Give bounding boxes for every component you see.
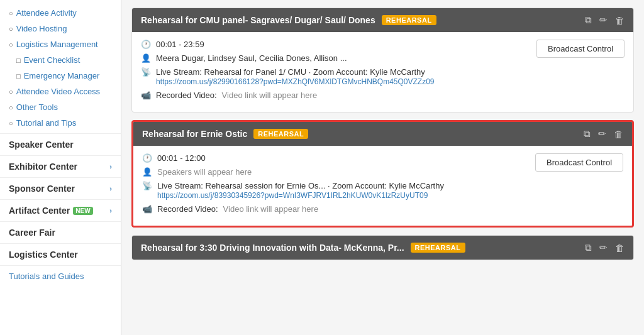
sidebar-item-logistics-management[interactable]: ○ Logistics Management	[0, 36, 121, 52]
session-speakers-row-2: 👤 Speakers will appear here	[142, 167, 526, 177]
sidebar-item-sponsor-center[interactable]: Sponsor Center ›	[0, 180, 121, 197]
broadcast-control-button-1[interactable]: Broadcast Control	[536, 40, 625, 58]
rehearsal-badge-2: REHEARSAL	[253, 129, 308, 139]
session-card-1: Rehearsal for CMU panel- Sagraves/ Dugar…	[131, 8, 634, 113]
sidebar-item-exhibitor-center[interactable]: Exhibitor Center ›	[0, 158, 121, 175]
sidebar-item-tutorials-and-guides[interactable]: Tutorials and Guides	[0, 268, 121, 284]
circle-icon: ○	[9, 9, 13, 17]
session-recorded-row-1: 📹 Recorded Video: Video link will appear…	[141, 91, 528, 100]
main-content: Rehearsal for CMU panel- Sagraves/ Dugar…	[121, 0, 644, 335]
session-title-2: Rehearsal for Ernie Ostic	[142, 129, 247, 139]
divider-1	[0, 133, 121, 134]
sidebar-item-attendee-video-access[interactable]: ○ Attendee Video Access	[0, 84, 121, 99]
sidebar-item-emergency-manager[interactable]: □ Emergency Manager	[0, 68, 121, 84]
session-title-area-2: Rehearsal for Ernie Ostic REHEARSAL	[142, 129, 308, 139]
clock-icon-2: 🕐	[142, 153, 152, 163]
sidebar-item-tutorial-and-tips[interactable]: ○ Tutorial and Tips	[0, 115, 121, 131]
clock-icon-1: 🕐	[141, 40, 151, 49]
session-speakers-row-1: 👤 Meera Dugar, Lindsey Saul, Cecilia Don…	[141, 53, 528, 63]
new-badge: NEW	[73, 207, 92, 215]
copy-icon-1[interactable]: ⧉	[585, 14, 592, 26]
session-header-3: Rehearsal for 3:30 Driving Innovation wi…	[132, 236, 633, 260]
edit-icon-2[interactable]: ✏	[598, 128, 606, 140]
broadcast-control-button-2[interactable]: Broadcast Control	[535, 153, 623, 172]
sidebar-item-career-fair[interactable]: Career Fair	[0, 224, 121, 241]
divider-7	[0, 265, 121, 266]
broadcast-control-area-1: Broadcast Control	[536, 40, 625, 58]
session-card-2: Rehearsal for Ernie Ostic REHEARSAL ⧉ ✏ …	[131, 120, 634, 228]
square-icon: □	[16, 72, 21, 80]
divider-3	[0, 177, 121, 178]
delete-icon-3[interactable]: 🗑	[615, 243, 625, 253]
delete-icon-2[interactable]: 🗑	[614, 129, 623, 140]
person-icon-1: 👤	[141, 53, 151, 63]
session-body-2: 🕐 00:01 - 12:00 👤 Speakers will appear h…	[133, 146, 632, 226]
circle-icon: ○	[9, 104, 13, 111]
delete-icon-1[interactable]: 🗑	[615, 15, 625, 26]
sidebar-item-other-tools[interactable]: ○ Other Tools	[0, 99, 121, 115]
session-time-row-2: 🕐 00:01 - 12:00	[142, 153, 526, 163]
edit-icon-1[interactable]: ✏	[599, 14, 608, 26]
session-livestream-row-2: 📡 Live Stream: Rehearsal session for Ern…	[142, 181, 526, 200]
circle-icon: ○	[9, 88, 13, 96]
sidebar-item-logistics-center[interactable]: Logistics Center	[0, 246, 121, 263]
rehearsal-badge-3: REHEARSAL	[411, 243, 465, 253]
session-actions-3: ⧉ ✏ 🗑	[585, 242, 625, 253]
arrow-icon: ›	[109, 185, 112, 192]
session-title-1: Rehearsal for CMU panel- Sagraves/ Dugar…	[141, 15, 375, 25]
session-card-3: Rehearsal for 3:30 Driving Innovation wi…	[131, 235, 634, 260]
livestream-link-2[interactable]: https://zoom.us/j/83930345926?pwd=WnI3WF…	[157, 191, 428, 200]
edit-icon-3[interactable]: ✏	[599, 242, 608, 253]
video-icon-1: 📹	[141, 91, 151, 100]
session-actions-1: ⧉ ✏ 🗑	[585, 14, 625, 26]
sidebar-item-event-checklist[interactable]: □ Event Checklist	[0, 52, 121, 68]
sidebar-item-artifact-center[interactable]: Artifact Center NEW ›	[0, 202, 121, 219]
divider-6	[0, 243, 121, 244]
session-livestream-row-1: 📡 Live Stream: Rehearsal for Panel 1/ CM…	[141, 67, 528, 86]
person-icon-2: 👤	[142, 167, 152, 177]
stream-icon-2: 📡	[142, 181, 152, 190]
sidebar: ○ Attendee Activity ○ Video Hosting ○ Lo…	[0, 0, 121, 335]
circle-icon: ○	[9, 25, 13, 33]
session-header-1: Rehearsal for CMU panel- Sagraves/ Dugar…	[132, 8, 633, 32]
session-recorded-row-2: 📹 Recorded Video: Video link will appear…	[142, 204, 526, 214]
broadcast-control-area-2: Broadcast Control	[535, 153, 623, 172]
copy-icon-3[interactable]: ⧉	[585, 242, 592, 253]
arrow-icon: ›	[109, 207, 112, 214]
sidebar-item-attendee-activity[interactable]: ○ Attendee Activity	[0, 5, 121, 21]
session-time-row-1: 🕐 00:01 - 23:59	[141, 40, 528, 49]
session-title-area-1: Rehearsal for CMU panel- Sagraves/ Dugar…	[141, 15, 436, 25]
arrow-icon: ›	[109, 163, 112, 170]
square-icon: □	[16, 57, 21, 64]
livestream-link-1[interactable]: https://zoom.us/j/82990166128?pwd=MXZhQl…	[156, 77, 435, 86]
video-icon-2: 📹	[142, 204, 152, 214]
copy-icon-2[interactable]: ⧉	[584, 128, 591, 140]
session-title-3: Rehearsal for 3:30 Driving Innovation wi…	[141, 243, 404, 253]
session-body-1: 🕐 00:01 - 23:59 👤 Meera Dugar, Lindsey S…	[132, 32, 633, 112]
session-info-2: 🕐 00:01 - 12:00 👤 Speakers will appear h…	[142, 153, 526, 218]
circle-icon: ○	[9, 41, 13, 48]
session-header-2: Rehearsal for Ernie Ostic REHEARSAL ⧉ ✏ …	[133, 122, 632, 146]
divider-5	[0, 221, 121, 222]
circle-icon: ○	[9, 119, 13, 127]
rehearsal-badge-1: REHEARSAL	[382, 15, 436, 25]
sidebar-item-video-hosting[interactable]: ○ Video Hosting	[0, 21, 121, 36]
session-info-1: 🕐 00:01 - 23:59 👤 Meera Dugar, Lindsey S…	[141, 40, 528, 104]
sidebar-item-speaker-center[interactable]: Speaker Center	[0, 136, 121, 153]
divider-2	[0, 155, 121, 156]
stream-icon-1: 📡	[141, 67, 151, 77]
session-title-area-3: Rehearsal for 3:30 Driving Innovation wi…	[141, 243, 465, 253]
divider-4	[0, 199, 121, 200]
session-actions-2: ⧉ ✏ 🗑	[584, 128, 623, 140]
